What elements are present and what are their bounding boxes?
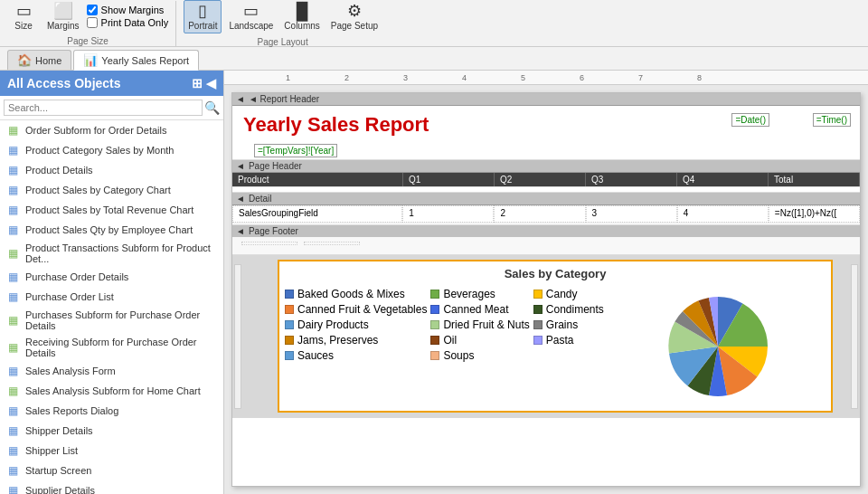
sidebar-item-purchase-order-list[interactable]: ▦ Purchase Order List: [0, 287, 223, 307]
legend-label: Canned Meat: [443, 303, 508, 316]
sidebar-title-text: All Access Objects: [7, 76, 121, 90]
sidebar-item-label: Sales Analysis Form: [25, 366, 116, 376]
page-header-arrow: ◄: [236, 161, 245, 171]
sidebar-item-product-sales-revenue[interactable]: ▦ Product Sales by Total Revenue Chart: [0, 200, 223, 220]
detail-section: ◄ Detail SalesGroupingField 1 2 3 4 =Nz(…: [232, 193, 860, 225]
report-area: 1 2 3 4 5 6 7 8 ◄ ◄ Report Header Yearly…: [224, 71, 868, 494]
form-icon: ▦: [5, 404, 20, 418]
report-chart-area: Sales by Category Baked Goods & Mixes: [232, 255, 860, 418]
sidebar-item-product-category-sales[interactable]: ▦ Product Category Sales by Month: [0, 140, 223, 160]
detail-body: SalesGroupingField 1 2 3 4 =Nz([1],0)+Nz…: [232, 205, 860, 225]
legend-item-pasta: Pasta: [533, 334, 604, 347]
detail-grouping-field[interactable]: SalesGroupingField: [232, 205, 402, 223]
legend-item-dried-fruit: Dried Fruit & Nuts: [430, 318, 529, 331]
tab-yearly-sales[interactable]: 📊 Yearly Sales Report: [73, 50, 199, 71]
legend-label: Condiments: [546, 303, 604, 316]
portrait-label: Portrait: [188, 21, 217, 31]
sidebar-item-product-details[interactable]: ▦ Product Details: [0, 160, 223, 180]
legend-color: [285, 351, 294, 360]
sidebar-item-label: Sales Analysis Subform for Home Chart: [25, 385, 201, 396]
time-field[interactable]: =Time(): [813, 113, 851, 127]
sidebar-item-shipper-list[interactable]: ▦ Shipper List: [0, 441, 223, 461]
size-label: Size: [14, 21, 32, 31]
show-margins-checkbox[interactable]: [87, 5, 98, 15]
sidebar-item-sales-analysis-subform[interactable]: ▦ Sales Analysis Subform for Home Chart: [0, 381, 223, 401]
legend-item-candy: Candy: [533, 288, 604, 300]
detail-row: SalesGroupingField 1 2 3 4 =Nz([1],0)+Nz…: [232, 205, 860, 223]
detail-2[interactable]: 2: [494, 205, 585, 223]
sidebar-item-order-subform[interactable]: ▦ Order Subform for Order Details: [0, 120, 223, 140]
chart-title: Sales by Category: [285, 267, 826, 280]
legend-label: Canned Fruit & Vegetables: [297, 303, 427, 316]
tab-home[interactable]: 🏠 Home: [7, 50, 71, 70]
date-field[interactable]: =Date(): [731, 113, 769, 127]
sidebar-list: ▦ Order Subform for Order Details ▦ Prod…: [0, 120, 223, 494]
sidebar-item-startup-screen[interactable]: ▦ Startup Screen: [0, 461, 223, 480]
tab-bar: 🏠 Home 📊 Yearly Sales Report: [0, 47, 868, 71]
page-footer-body: [232, 237, 860, 255]
form-icon: ▦: [5, 143, 20, 157]
col-q4: Q4: [677, 173, 769, 186]
legend-item-beverages: Beverages: [430, 288, 529, 300]
legend-color: [430, 305, 439, 314]
detail-4[interactable]: 4: [677, 205, 769, 223]
sidebar-item-sales-analysis-form[interactable]: ▦ Sales Analysis Form: [0, 361, 223, 381]
subform-icon: ▦: [5, 246, 20, 261]
page-header-body: Product Q1 Q2 Q3 Q4 Total: [232, 173, 860, 193]
sidebar-item-label: Product Details: [25, 165, 93, 176]
sidebar-item-purchases-subform[interactable]: ▦ Purchases Subform for Purchase Order D…: [0, 307, 223, 334]
legend-color: [533, 290, 542, 299]
sidebar-item-product-transactions[interactable]: ▦ Product Transactions Subform for Produ…: [0, 240, 223, 267]
sidebar-item-label: Sales Reports Dialog: [25, 405, 118, 416]
page-footer-section: ◄ Page Footer: [232, 225, 860, 255]
year-field[interactable]: =[TempVars]![Year]: [254, 144, 337, 157]
margins-button[interactable]: ⬜ Margins: [43, 1, 83, 33]
sidebar-item-receiving-subform[interactable]: ▦ Receiving Subform for Purchase Order D…: [0, 334, 223, 361]
sidebar-collapse-icon[interactable]: ◀: [206, 76, 216, 90]
sidebar-item-purchase-order-details[interactable]: ▦ Purchase Order Details: [0, 267, 223, 287]
sidebar-item-label: Shipper List: [25, 445, 78, 456]
sidebar-item-product-sales-qty[interactable]: ▦ Product Sales Qty by Employee Chart: [0, 220, 223, 240]
detail-3[interactable]: 3: [586, 205, 677, 223]
columns-label: Columns: [284, 21, 319, 31]
portrait-button[interactable]: ▯ Portrait: [184, 0, 222, 33]
form-icon: ▦: [5, 463, 20, 478]
subform-icon: ▦: [5, 384, 20, 398]
search-input[interactable]: [4, 100, 203, 116]
sidebar-item-label: Purchase Order Details: [25, 271, 128, 282]
legend-color: [533, 336, 542, 345]
sidebar-item-supplier-details[interactable]: ▦ Supplier Details: [0, 480, 223, 494]
print-data-only-checkbox[interactable]: [87, 17, 98, 28]
page-layout-group: ▯ Portrait ▭ Landscape ▐▌ Columns ⚙ Page…: [184, 0, 389, 47]
form-icon: ▦: [5, 203, 20, 217]
legend-label: Candy: [546, 288, 578, 300]
form-icon: ▦: [5, 364, 20, 378]
legend-color: [430, 351, 439, 360]
landscape-button[interactable]: ▭ Landscape: [225, 1, 277, 33]
size-button[interactable]: ▭ Size: [7, 1, 40, 33]
sidebar-expand-icon[interactable]: ⊞: [192, 76, 203, 90]
sidebar: All Access Objects ⊞ ◀ 🔍 ▦ Order Subform…: [0, 71, 224, 494]
sidebar-item-product-sales-category[interactable]: ▦ Product Sales by Category Chart: [0, 180, 223, 200]
col-product: Product: [232, 173, 403, 186]
page-header-label: ◄ Page Header: [232, 160, 860, 173]
sidebar-item-label: Product Sales Qty by Employee Chart: [25, 224, 193, 235]
legend-item-baked-goods: Baked Goods & Mixes: [285, 288, 427, 300]
sidebar-item-sales-reports-dialog[interactable]: ▦ Sales Reports Dialog: [0, 401, 223, 421]
form-icon: ▦: [5, 270, 20, 284]
legend-item-canned-fruit: Canned Fruit & Vegetables: [285, 303, 427, 316]
page-layout-group-label: Page Layout: [184, 37, 382, 47]
page-setup-button[interactable]: ⚙ Page Setup: [327, 1, 382, 33]
detail-formula[interactable]: =Nz([1],0)+Nz([: [769, 205, 860, 223]
legend-color: [285, 336, 294, 345]
col-q3: Q3: [586, 173, 677, 186]
sidebar-item-shipper-details[interactable]: ▦ Shipper Details: [0, 421, 223, 441]
chart-svg-area: [611, 288, 826, 405]
col-q1: Q1: [403, 173, 495, 186]
detail-1[interactable]: 1: [402, 205, 494, 223]
columns-button[interactable]: ▐▌ Columns: [280, 1, 323, 33]
legend-item-canned-meat: Canned Meat: [430, 303, 529, 316]
sidebar-item-label: Shipper Details: [25, 425, 93, 436]
size-icon: ▭: [16, 3, 32, 19]
legend-color: [285, 290, 294, 299]
